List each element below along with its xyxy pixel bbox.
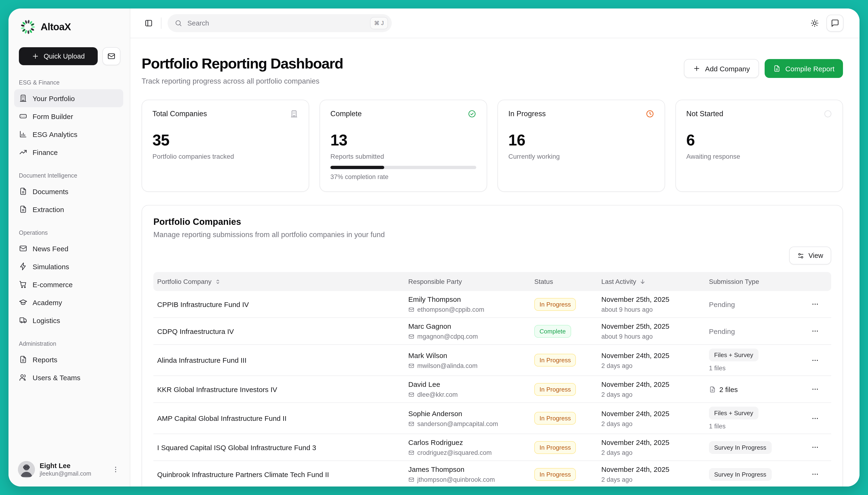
add-company-button[interactable]: Add Company (684, 59, 759, 78)
sidebar-item-esg-analytics[interactable]: ESG Analytics (14, 125, 123, 143)
search-box[interactable]: ⌘ J (167, 14, 392, 32)
quick-upload-label: Quick Upload (44, 52, 85, 60)
sort-icon (214, 278, 222, 285)
sidebar-item-your-portfolio[interactable]: Your Portfolio (14, 89, 123, 107)
sidebar-item-reports[interactable]: Reports (14, 351, 123, 369)
sidebar-item-news-feed[interactable]: News Feed (14, 239, 123, 257)
status-badge: In Progress (534, 441, 576, 454)
compile-report-button[interactable]: Compile Report (765, 59, 843, 78)
stat-value: 13 (331, 131, 476, 149)
file-icon (709, 386, 716, 393)
row-actions-button[interactable] (808, 382, 822, 396)
row-actions-button[interactable] (808, 411, 822, 425)
submission-badge: Files + Survey (709, 348, 758, 361)
company-name: Quinbrook Infrastructure Partners Climat… (154, 470, 408, 478)
sidebar-item-form-builder[interactable]: Form Builder (14, 107, 123, 125)
table-row: Alinda Infrastructure Fund IIIMark Wilso… (154, 345, 831, 376)
bar-chart-icon (19, 130, 28, 138)
file-text-icon (19, 205, 28, 214)
theme-toggle-button[interactable] (809, 17, 821, 29)
building-icon (19, 94, 28, 102)
stats-grid: Total Companies35Portfolio companies tra… (142, 100, 843, 192)
row-actions-button[interactable] (808, 297, 822, 311)
topbar: ⌘ J (130, 8, 860, 38)
graduation-cap-icon (19, 298, 28, 307)
sidebar-item-label: E-commerce (33, 280, 73, 288)
column-header-last-activity[interactable]: Last Activity (601, 278, 709, 285)
circle-icon (823, 109, 832, 118)
last-activity-date: November 24th, 2025 (601, 380, 709, 388)
table-body: CPPIB Infrastructure Fund IVEmily Thomps… (154, 291, 831, 487)
quick-upload-button[interactable]: Quick Upload (19, 47, 98, 65)
column-header-portfolio-company[interactable]: Portfolio Company (154, 278, 408, 285)
stat-card-total-companies: Total Companies35Portfolio companies tra… (142, 100, 309, 192)
row-actions-button[interactable] (808, 467, 822, 481)
contact-email: dlee@kkr.com (408, 391, 534, 398)
stat-caption: Portfolio companies tracked (153, 153, 298, 160)
user-name: Eight Lee (40, 462, 91, 470)
contact-email: ethompson@cppib.com (408, 306, 534, 313)
inbox-button[interactable] (102, 47, 120, 65)
building-icon (290, 109, 298, 118)
add-company-label: Add Company (705, 65, 750, 72)
submission-note: 1 files (709, 423, 799, 430)
row-actions-button[interactable] (808, 440, 822, 455)
avatar-image (18, 461, 35, 478)
user-row[interactable]: Eight Lee jleekun@gmail.com (14, 458, 123, 480)
ellipsis-icon (811, 471, 819, 478)
sidebar-toggle-button[interactable] (143, 17, 155, 29)
table-row: CDPQ Infraestructura IVMarc Gagnonmgagno… (154, 318, 831, 345)
contact-name: Marc Gagnon (408, 322, 534, 330)
status-badge: In Progress (534, 383, 576, 396)
table-row: Quinbrook Infrastructure Partners Climat… (154, 461, 831, 487)
last-activity-date: November 24th, 2025 (601, 465, 709, 473)
sidebar-item-logistics[interactable]: Logistics (14, 311, 123, 329)
row-actions-button[interactable] (808, 353, 822, 367)
sidebar-item-simulations[interactable]: Simulations (14, 257, 123, 275)
column-label: Status (534, 278, 553, 285)
status-badge: Complete (534, 325, 571, 338)
sidebar-item-users-teams[interactable]: Users & Teams (14, 369, 123, 386)
contact-email: jthompson@quinbrook.com (408, 476, 534, 483)
stat-title: Not Started (686, 109, 723, 118)
mail-icon (408, 477, 414, 483)
view-button-label: View (809, 252, 823, 259)
sidebar-item-extraction[interactable]: Extraction (14, 200, 123, 218)
compile-report-label: Compile Report (785, 65, 834, 72)
zap-icon (19, 262, 28, 271)
view-button[interactable]: View (789, 246, 831, 264)
sidebar-item-academy[interactable]: Academy (14, 293, 123, 311)
search-input[interactable] (187, 19, 366, 28)
assistant-button[interactable] (827, 15, 844, 32)
mail-icon (408, 450, 414, 456)
panel-left-icon (144, 19, 153, 28)
stat-caption: Awaiting response (686, 153, 832, 160)
sidebar-item-finance[interactable]: Finance (14, 143, 123, 161)
column-label: Last Activity (601, 278, 636, 285)
sidebar-item-documents[interactable]: Documents (14, 182, 123, 200)
brand-name: AltoaX (40, 21, 71, 33)
column-label: Portfolio Company (157, 278, 211, 285)
search-icon (175, 19, 182, 27)
last-activity-relative: 2 days ago (601, 476, 709, 483)
contact-name: Carlos Rodriguez (408, 438, 534, 446)
stat-caption: Currently working (508, 153, 654, 160)
last-activity-relative: 2 days ago (601, 362, 709, 369)
stat-value: 16 (508, 131, 654, 149)
row-actions-button[interactable] (808, 324, 822, 338)
stat-title: In Progress (508, 109, 546, 118)
contact-name: James Thompson (408, 465, 534, 473)
contact-email: sanderson@ampcapital.com (408, 420, 534, 427)
altoax-logo-icon (20, 19, 36, 35)
table-row: I Squared Capital ISQ Global Infrastruct… (154, 434, 831, 461)
column-header-submission-type: Submission Type (709, 278, 799, 285)
sidebar-item-e-commerce[interactable]: E-commerce (14, 275, 123, 293)
trending-up-icon (19, 148, 28, 156)
last-activity-date: November 25th, 2025 (601, 295, 709, 303)
user-email: jleekun@gmail.com (40, 471, 91, 477)
last-activity-date: November 24th, 2025 (601, 351, 709, 359)
contact-name: David Lee (408, 380, 534, 388)
user-menu-button[interactable] (109, 463, 122, 476)
table-header-row: Portfolio CompanyResponsible PartyStatus… (154, 272, 831, 291)
stat-card-complete: Complete13Reports submitted37% completio… (320, 100, 487, 192)
